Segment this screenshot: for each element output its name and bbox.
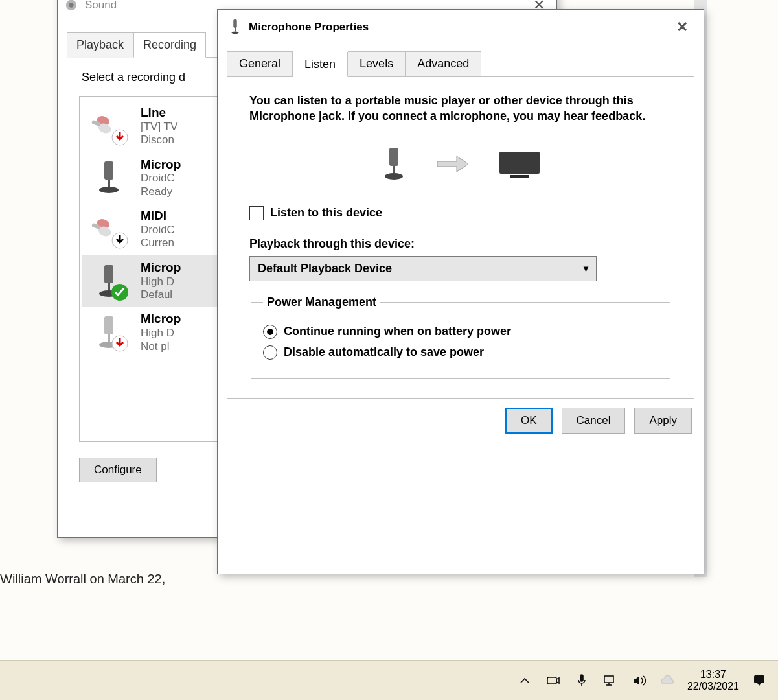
- tray-clock[interactable]: 13:37 22/03/2021: [687, 669, 739, 693]
- sound-title: Sound: [85, 0, 117, 12]
- svg-rect-30: [580, 675, 583, 681]
- svg-point-23: [232, 31, 239, 34]
- svg-rect-32: [754, 675, 764, 683]
- svg-rect-21: [233, 19, 237, 28]
- listen-description: You can listen to a portable music playe…: [249, 93, 672, 124]
- radio-continue-label: Continue running when on battery power: [284, 325, 511, 338]
- playback-device-label: Playback through this device:: [249, 237, 672, 251]
- device-status: Ready: [141, 185, 181, 198]
- listen-checkbox-row[interactable]: Listen to this device: [249, 206, 672, 220]
- radio-disable[interactable]: [263, 345, 277, 360]
- listen-checkbox-label: Listen to this device: [270, 206, 382, 220]
- power-management-legend: Power Management: [263, 296, 380, 309]
- prop-titlebar[interactable]: Microphone Properties ✕: [218, 10, 704, 45]
- svg-rect-13: [104, 265, 113, 283]
- tray-chevron-icon[interactable]: [516, 672, 533, 689]
- device-icon: [89, 261, 129, 301]
- tray-volume-icon[interactable]: [630, 672, 647, 689]
- svg-point-1: [69, 3, 73, 7]
- device-status: Not pl: [141, 340, 181, 353]
- speaker-icon: [64, 0, 78, 12]
- listen-diagram: [249, 145, 672, 183]
- device-line2: High D: [141, 327, 181, 340]
- device-status: Discon: [141, 134, 177, 146]
- svg-rect-6: [104, 161, 113, 180]
- ok-button[interactable]: OK: [505, 408, 553, 434]
- radio-disable-label: Disable automatically to save power: [284, 345, 484, 359]
- svg-point-26: [385, 173, 403, 180]
- prop-title: Microphone Properties: [249, 21, 369, 34]
- radio-continue[interactable]: [263, 325, 277, 339]
- mic-device-icon: [379, 145, 409, 183]
- tab-playback[interactable]: Playback: [67, 32, 133, 58]
- taskbar[interactable]: 13:37 22/03/2021: [0, 660, 778, 700]
- dialog-button-row: OK Cancel Apply: [218, 408, 704, 445]
- listen-checkbox[interactable]: [249, 206, 264, 220]
- radio-continue-row[interactable]: Continue running when on battery power: [263, 325, 658, 339]
- tray-notifications-icon[interactable]: [751, 672, 768, 689]
- tray-network-icon[interactable]: [602, 672, 619, 689]
- tray-cloud-icon[interactable]: [659, 672, 676, 689]
- svg-point-8: [99, 187, 119, 193]
- power-management-group: Power Management Continue running when o…: [251, 296, 670, 379]
- svg-rect-31: [604, 676, 613, 682]
- svg-rect-27: [499, 152, 540, 174]
- svg-rect-24: [389, 148, 398, 166]
- device-name: Line: [141, 106, 177, 121]
- cancel-button[interactable]: Cancel: [562, 408, 626, 434]
- prop-body: You can listen to a portable music playe…: [227, 76, 694, 399]
- tab-recording[interactable]: Recording: [133, 32, 206, 58]
- apply-button[interactable]: Apply: [634, 408, 692, 434]
- device-icon: [89, 106, 129, 146]
- microphone-properties-window: Microphone Properties ✕ General Listen L…: [217, 9, 704, 574]
- prop-close-button[interactable]: ✕: [671, 19, 693, 36]
- article-byline: William Worrall on March 22,: [0, 572, 165, 587]
- svg-rect-28: [510, 175, 529, 178]
- device-name: Microp: [141, 158, 181, 172]
- configure-button[interactable]: Configure: [79, 458, 157, 482]
- svg-rect-7: [108, 180, 110, 187]
- svg-rect-25: [393, 166, 395, 174]
- tab-advanced[interactable]: Advanced: [406, 51, 481, 76]
- device-icon: [89, 209, 129, 250]
- tray-date: 22/03/2021: [687, 681, 739, 692]
- tray-camera-icon[interactable]: [545, 672, 562, 689]
- svg-rect-14: [108, 283, 110, 291]
- chevron-down-icon: ▾: [584, 263, 588, 274]
- device-line2: [TV] TV: [141, 121, 177, 134]
- svg-rect-17: [104, 316, 113, 334]
- monitor-icon: [497, 148, 542, 180]
- svg-rect-22: [235, 28, 236, 31]
- tab-levels[interactable]: Levels: [348, 51, 406, 76]
- device-name: Microp: [141, 312, 181, 327]
- tab-listen[interactable]: Listen: [293, 52, 348, 77]
- device-name: Microp: [141, 261, 181, 275]
- device-icon: [89, 312, 129, 353]
- device-name: MIDI: [141, 209, 175, 224]
- tray-microphone-icon[interactable]: [573, 672, 590, 689]
- device-icon: [89, 158, 129, 198]
- radio-disable-row[interactable]: Disable automatically to save power: [263, 345, 658, 360]
- device-status: Defaul: [141, 288, 181, 301]
- device-line2: DroidC: [141, 172, 181, 185]
- device-line2: High D: [141, 275, 181, 288]
- arrow-right-icon: [435, 152, 471, 176]
- device-line2: DroidC: [141, 224, 175, 237]
- tray-time: 13:37: [687, 669, 739, 681]
- tab-general[interactable]: General: [227, 51, 293, 76]
- device-status: Curren: [141, 237, 175, 250]
- microphone-icon: [228, 18, 242, 37]
- prop-tabs: General Listen Levels Advanced: [227, 51, 704, 76]
- svg-rect-29: [547, 677, 556, 684]
- playback-device-select[interactable]: Default Playback Device ▾: [249, 256, 597, 281]
- playback-device-value: Default Playback Device: [258, 262, 392, 275]
- svg-rect-18: [108, 334, 110, 342]
